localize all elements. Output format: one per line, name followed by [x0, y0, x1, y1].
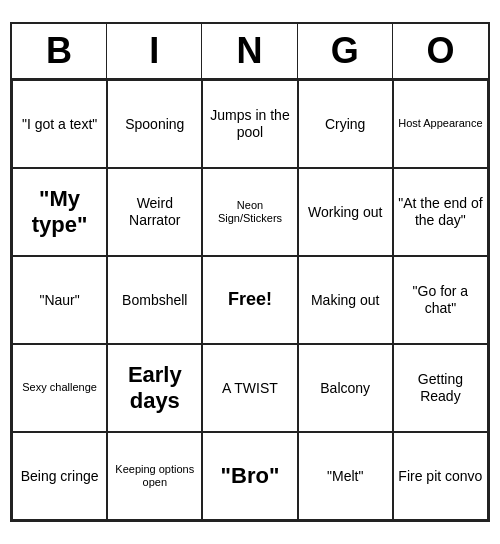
bingo-cell-20: Being cringe: [12, 432, 107, 520]
bingo-cell-19: Getting Ready: [393, 344, 488, 432]
bingo-cell-16: Early days: [107, 344, 202, 432]
bingo-cell-8: Working out: [298, 168, 393, 256]
bingo-cell-22: "Bro": [202, 432, 297, 520]
bingo-letter-n: N: [202, 24, 297, 78]
bingo-grid: "I got a text"SpooningJumps in the poolC…: [12, 80, 488, 520]
bingo-cell-18: Balcony: [298, 344, 393, 432]
bingo-cell-11: Bombshell: [107, 256, 202, 344]
bingo-cell-13: Making out: [298, 256, 393, 344]
bingo-header: BINGO: [12, 24, 488, 80]
bingo-cell-1: Spooning: [107, 80, 202, 168]
bingo-cell-2: Jumps in the pool: [202, 80, 297, 168]
bingo-cell-23: "Melt": [298, 432, 393, 520]
bingo-cell-24: Fire pit convo: [393, 432, 488, 520]
bingo-cell-15: Sexy challenge: [12, 344, 107, 432]
bingo-cell-6: Weird Narrator: [107, 168, 202, 256]
bingo-cell-5: "My type": [12, 168, 107, 256]
bingo-cell-21: Keeping options open: [107, 432, 202, 520]
bingo-cell-7: Neon Sign/Stickers: [202, 168, 297, 256]
bingo-cell-17: A TWIST: [202, 344, 297, 432]
bingo-cell-14: "Go for a chat": [393, 256, 488, 344]
bingo-letter-g: G: [298, 24, 393, 78]
bingo-cell-3: Crying: [298, 80, 393, 168]
bingo-letter-b: B: [12, 24, 107, 78]
bingo-cell-9: "At the end of the day": [393, 168, 488, 256]
bingo-card: BINGO "I got a text"SpooningJumps in the…: [10, 22, 490, 522]
bingo-letter-o: O: [393, 24, 488, 78]
bingo-cell-4: Host Appearance: [393, 80, 488, 168]
bingo-cell-10: "Naur": [12, 256, 107, 344]
bingo-cell-0: "I got a text": [12, 80, 107, 168]
bingo-letter-i: I: [107, 24, 202, 78]
bingo-cell-12: Free!: [202, 256, 297, 344]
